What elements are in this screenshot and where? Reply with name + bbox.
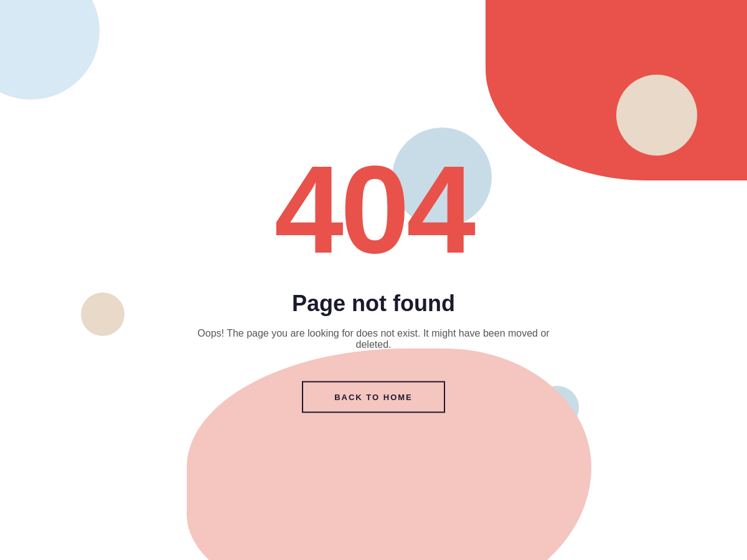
- deco-beige-circle: [616, 75, 697, 156]
- deco-top-left-circle: [0, 0, 100, 100]
- deco-left-beige-circle: [81, 292, 125, 336]
- error-code: 404: [187, 147, 560, 272]
- error-description: Oops! The page you are looking for does …: [187, 328, 560, 350]
- back-to-home-button[interactable]: BACK TO HOME: [302, 381, 445, 413]
- page-not-found-heading: Page not found: [187, 291, 560, 317]
- main-content: 404 Page not found Oops! The page you ar…: [187, 147, 560, 413]
